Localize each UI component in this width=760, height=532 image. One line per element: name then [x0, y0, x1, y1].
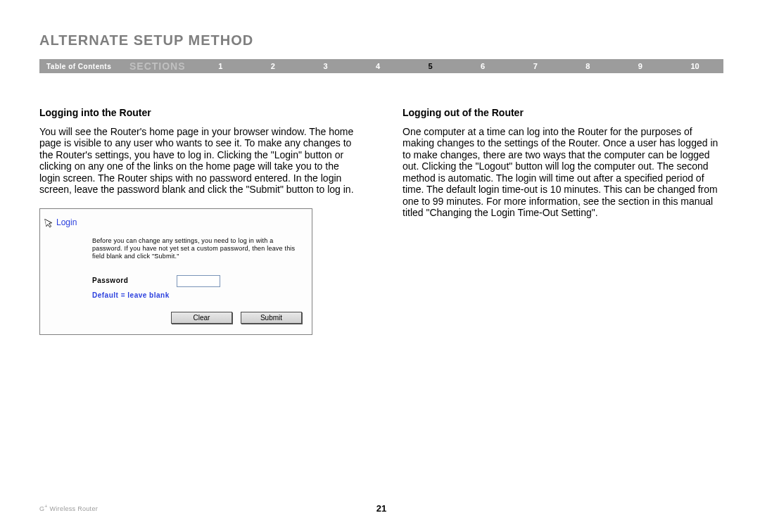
section-numbers: 1 2 3 4 5 6 7 8 9 10	[194, 62, 723, 70]
section-6[interactable]: 6	[481, 62, 485, 70]
left-heading: Logging into the Router	[39, 107, 360, 119]
clear-button[interactable]: Clear	[171, 312, 232, 324]
right-heading: Logging out of the Router	[403, 107, 723, 119]
login-instructions: Before you can change any settings, you …	[92, 237, 296, 261]
left-body: You will see the Router's home page in y…	[39, 126, 360, 196]
section-5[interactable]: 5	[429, 62, 433, 70]
section-10[interactable]: 10	[690, 62, 699, 70]
section-9[interactable]: 9	[638, 62, 642, 70]
section-4[interactable]: 4	[376, 62, 380, 70]
page-number: 21	[376, 503, 386, 514]
page-title: ALTERNATE SETUP METHOD	[39, 32, 253, 49]
section-8[interactable]: 8	[585, 62, 590, 70]
section-7[interactable]: 7	[533, 62, 538, 70]
toc-link[interactable]: Table of Contents	[39, 63, 129, 70]
login-title: Login	[56, 217, 302, 227]
default-hint: Default = leave blank	[92, 291, 302, 300]
right-column: Logging out of the Router One computer a…	[403, 107, 723, 335]
password-label: Password	[92, 277, 177, 285]
password-input[interactable]	[177, 275, 220, 287]
section-2[interactable]: 2	[271, 62, 275, 70]
section-nav-bar: Table of Contents SECTIONS 1 2 3 4 5 6 7…	[39, 59, 723, 73]
submit-button[interactable]: Submit	[241, 312, 302, 324]
left-column: Logging into the Router You will see the…	[39, 107, 360, 335]
password-row: Password	[92, 275, 302, 287]
cursor-icon	[44, 217, 53, 231]
footer-wr: Wireless Router	[48, 505, 98, 512]
login-screenshot: Login Before you can change any settings…	[39, 208, 312, 335]
content-area: Logging into the Router You will see the…	[39, 107, 723, 335]
right-body: One computer at a time can log into the …	[403, 126, 723, 219]
sections-label: SECTIONS	[129, 61, 194, 72]
section-3[interactable]: 3	[323, 62, 327, 70]
footer-product: G+ Wireless Router	[39, 504, 98, 512]
button-row: Clear Submit	[171, 312, 302, 324]
footer: G+ Wireless Router 21	[39, 504, 723, 512]
section-1[interactable]: 1	[218, 62, 222, 70]
